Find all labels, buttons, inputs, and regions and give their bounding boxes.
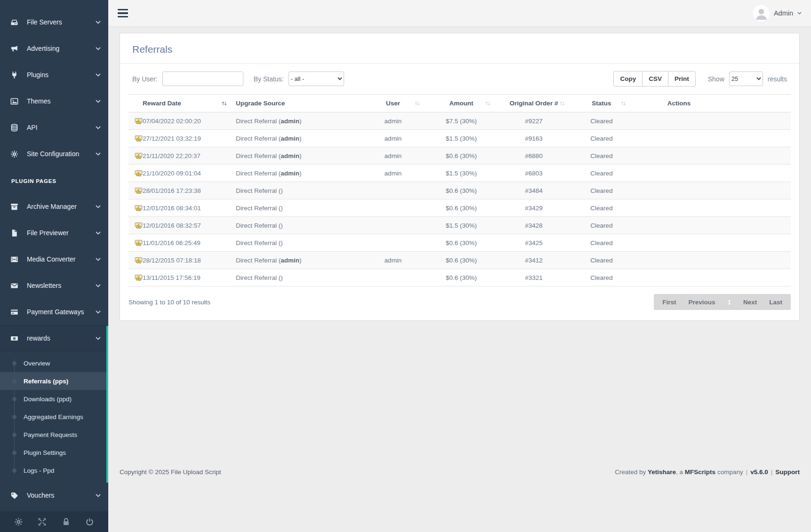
column-header-status[interactable]: Status (570, 95, 631, 112)
credit-card-icon (9, 308, 19, 316)
table-row: 11/01/2016 06:25:49 Direct Referral () $… (128, 234, 791, 252)
status-cell: Cleared (570, 252, 631, 269)
submenu-item[interactable]: Aggregated Earnings (0, 408, 108, 426)
image-icon (9, 97, 19, 105)
filter-toolbar: By User: By Status: - all - Copy CSV Pri… (120, 64, 799, 91)
main-area: Admin Referrals By User: By Status: - al… (108, 0, 811, 532)
user-menu[interactable]: Admin (753, 5, 802, 22)
column-header-original-order[interactable]: Original Order # (496, 95, 570, 112)
reward-date-cell: 12/01/2016 08:34:01 (143, 199, 232, 217)
column-header-amount[interactable]: Amount (425, 95, 496, 112)
submenu-item-label: Overview (24, 360, 50, 367)
pagination-first[interactable]: First (662, 299, 676, 306)
sort-icon (485, 100, 491, 106)
sort-icon (559, 100, 565, 106)
sidebar-item-payment-gateways[interactable]: Payment Gateways (0, 299, 108, 325)
sidebar-nav: File Servers Advertising Plugins Themes (0, 0, 108, 511)
table-wrap: Reward Date Upgrade Source User Amount O… (120, 91, 799, 286)
sidebar-item-rewards[interactable]: rewards (0, 325, 108, 351)
sidebar-item-file-previewer[interactable]: File Previewer (0, 220, 108, 246)
support-link[interactable]: Support (775, 468, 800, 476)
sort-icon (221, 100, 227, 106)
sidebar-item-plugins[interactable]: Plugins (0, 62, 108, 88)
copy-button[interactable]: Copy (613, 71, 642, 87)
sidebar-item-site-configuration[interactable]: Site Configuration (0, 141, 108, 167)
by-status-select[interactable]: - all - (289, 71, 344, 86)
lock-icon[interactable] (62, 517, 71, 526)
by-user-input[interactable] (162, 71, 243, 86)
pagination-last[interactable]: Last (769, 299, 782, 306)
yetishare-link[interactable]: Yetishare (648, 468, 676, 476)
sidebar-item-advertising[interactable]: Advertising (0, 35, 108, 62)
hdd-icon (9, 18, 19, 26)
sidebar-item-vouchers[interactable]: Vouchers (0, 482, 108, 508)
amount-cell: $0.6 (30%) (425, 147, 496, 165)
chevron-down-icon (96, 494, 101, 497)
sidebar-item-themes[interactable]: Themes (0, 88, 108, 114)
show-count-select[interactable]: 25 (729, 71, 763, 86)
table-row: 28/12/2015 07:18:18 Direct Referral (adm… (128, 252, 791, 269)
submenu-item[interactable]: Referrals (pps) (0, 372, 108, 390)
upgrade-source-cell: Direct Referral (admin) (232, 165, 359, 182)
upgrade-source-cell: Direct Referral () (232, 217, 359, 234)
results-label: results (768, 75, 787, 83)
pagination-current-page: 1 (727, 299, 731, 306)
database-icon (9, 124, 19, 132)
bullet-icon (12, 397, 16, 401)
order-cell: #3412 (496, 252, 570, 269)
column-header-reward-date[interactable]: Reward Date (143, 95, 232, 112)
bullhorn-icon (9, 45, 19, 53)
money-bill-icon (9, 334, 19, 342)
submenu-item[interactable]: Plugin Settings (0, 444, 108, 461)
chevron-down-icon (96, 73, 101, 77)
sidebar-item-label: Payment Gateways (27, 308, 96, 316)
row-icon-cell (128, 269, 143, 286)
sidebar-item-media-converter[interactable]: Media Converter (0, 246, 108, 272)
reward-date-cell: 21/10/2020 09:01:04 (143, 165, 232, 182)
gear-icon[interactable] (14, 517, 23, 526)
csv-button[interactable]: CSV (642, 71, 668, 87)
upgrade-source-cell: Direct Referral (admin) (232, 130, 359, 147)
actions-cell (631, 147, 791, 165)
show-label: Show (708, 75, 724, 83)
amount-cell: $0.6 (30%) (425, 252, 496, 269)
reward-date-cell: 28/12/2015 07:18:18 (143, 252, 232, 269)
version-text: v5.6.0 (750, 468, 768, 476)
actions-cell (631, 234, 791, 252)
amount-cell: $1.5 (30%) (425, 217, 496, 234)
submenu-item[interactable]: Overview (0, 354, 108, 372)
sidebar-item-api[interactable]: API (0, 114, 108, 141)
sidebar-item-label: API (27, 124, 96, 131)
upgrade-source-cell: Direct Referral () (232, 199, 359, 217)
row-icon-cell (128, 199, 143, 217)
expand-icon[interactable] (38, 517, 47, 526)
amount-cell: $1.5 (30%) (425, 165, 496, 182)
pagination-next[interactable]: Next (743, 299, 757, 306)
column-header-upgrade-source[interactable]: Upgrade Source (232, 95, 359, 112)
print-button[interactable]: Print (668, 71, 696, 87)
film-icon (9, 255, 19, 263)
order-cell: #3425 (496, 234, 570, 252)
submenu-item[interactable]: Downloads (ppd) (0, 390, 108, 408)
bullet-icon (12, 361, 16, 365)
submenu-item-label: Referrals (pps) (24, 378, 68, 385)
mfscripts-link[interactable]: MFScripts (685, 468, 715, 476)
chevron-down-icon (96, 126, 101, 129)
sidebar-item-newsletters[interactable]: Newsletters (0, 272, 108, 299)
sidebar-item-file-servers[interactable]: File Servers (0, 9, 108, 35)
pagination-previous[interactable]: Previous (688, 299, 715, 306)
topbar: Admin (108, 0, 811, 27)
user-cell: admin (359, 252, 425, 269)
reward-date-cell: 13/11/2015 17:56:19 (143, 269, 232, 286)
submenu-item[interactable]: Logs - Ppd (0, 461, 108, 479)
bullet-icon (12, 415, 16, 419)
money-icon (135, 222, 143, 229)
power-icon[interactable] (85, 517, 94, 526)
column-header-user[interactable]: User (359, 95, 425, 112)
submenu-item[interactable]: Payment Requests (0, 426, 108, 444)
status-cell: Cleared (570, 234, 631, 252)
user-cell: admin (359, 130, 425, 147)
hamburger-menu-icon[interactable] (117, 7, 129, 20)
sidebar-item-archive-manager[interactable]: Archive Manager (0, 193, 108, 220)
sidebar-item-label: rewards (27, 334, 96, 342)
